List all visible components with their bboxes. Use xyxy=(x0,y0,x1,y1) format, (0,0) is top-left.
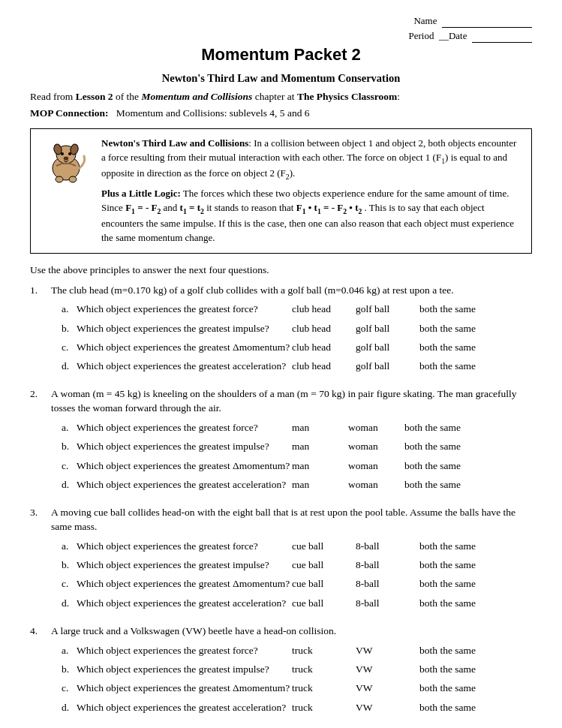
question-2: 2. A woman (m = 45 kg) is kneeling on th… xyxy=(30,387,532,492)
chapter-ref: Momentum and Collisions xyxy=(142,91,253,102)
q3d-choices: cue ball 8-ball both the same xyxy=(292,596,532,611)
q2a-c2: woman xyxy=(348,420,404,435)
lesson-ref: Lesson 2 xyxy=(76,91,113,102)
q3a-c2: 8-ball xyxy=(356,539,419,554)
q2c-c1: man xyxy=(292,459,348,474)
q2a-label: a. xyxy=(62,420,77,435)
q3d-text: Which object experiences the greatest ac… xyxy=(77,596,292,611)
q4a-text: Which object experiences the greatest fo… xyxy=(77,643,292,658)
q2d-c2: woman xyxy=(348,477,404,492)
question-3-stem: 3. A moving cue ball collides head-on wi… xyxy=(30,506,532,534)
q3c-choices: cue ball 8-ball both the same xyxy=(292,576,532,591)
date-field[interactable] xyxy=(472,30,532,43)
q4b-text: Which object experiences the greatest im… xyxy=(77,662,292,677)
q3a-label: a. xyxy=(62,539,77,554)
q4d-choices: truck VW both the same xyxy=(292,700,532,715)
q1a-c1: club head xyxy=(292,302,356,317)
q3b-c3: both the same xyxy=(419,558,483,573)
q1c-choices: club head golf ball both the same xyxy=(292,340,532,355)
q1b-c1: club head xyxy=(292,321,356,336)
q3-sub-c: c. Which object experiences the greatest… xyxy=(62,576,532,591)
q3d-c2: 8-ball xyxy=(356,596,419,611)
mop-text: Momentum and Collisions: sublevels 4, 5 … xyxy=(116,107,310,119)
q2a-choices: man woman both the same xyxy=(292,420,532,435)
q4b-c1: truck xyxy=(292,662,356,677)
classroom-ref: The Physics Classroom xyxy=(297,91,397,102)
q2c-text: Which object experiences the greatest Δm… xyxy=(77,459,292,474)
q1a-text: Which object experiences the greatest fo… xyxy=(77,302,292,317)
q4b-c2: VW xyxy=(356,662,419,677)
q4c-text: Which object experiences the greatest Δm… xyxy=(77,681,292,696)
q4d-c3: both the same xyxy=(419,700,483,715)
q2-sub-d: d. Which object experiences the greatest… xyxy=(62,477,532,492)
subtitle: Newton's Third Law and Momentum Conserva… xyxy=(30,72,532,85)
q2-subs: a. Which object experiences the greatest… xyxy=(62,420,532,492)
q1c-c2: golf ball xyxy=(356,340,419,355)
q4-sub-d: d. Which object experiences the greatest… xyxy=(62,700,532,715)
q3-text: A moving cue ball collides head-on with … xyxy=(51,506,532,534)
q2d-text: Which object experiences the greatest ac… xyxy=(77,477,292,492)
q1b-c2: golf ball xyxy=(356,321,419,336)
q4c-c1: truck xyxy=(292,681,356,696)
q2a-c1: man xyxy=(292,420,348,435)
q2-sub-c: c. Which object experiences the greatest… xyxy=(62,459,532,474)
q1d-c2: golf ball xyxy=(356,359,419,374)
q4-subs: a. Which object experiences the greatest… xyxy=(62,643,532,715)
info-para-2: Plus a Little Logic: The forces which th… xyxy=(101,187,522,245)
q2d-label: d. xyxy=(62,477,77,492)
questions-container: 1. The club head (m=0.170 kg) of a golf … xyxy=(30,284,532,715)
q2b-choices: man woman both the same xyxy=(292,439,532,454)
q4d-label: d. xyxy=(62,700,77,715)
q1c-label: c. xyxy=(62,340,77,355)
q1a-label: a. xyxy=(62,302,77,317)
q4d-c1: truck xyxy=(292,700,356,715)
q4-sub-b: b. Which object experiences the greatest… xyxy=(62,662,532,677)
q2b-label: b. xyxy=(62,439,77,454)
q2c-label: c. xyxy=(62,459,77,474)
q1a-c3: both the same xyxy=(419,302,483,317)
date-label: Date xyxy=(449,30,467,41)
question-1: 1. The club head (m=0.170 kg) of a golf … xyxy=(30,284,532,375)
svg-point-5 xyxy=(68,152,71,155)
q1b-c3: both the same xyxy=(419,321,483,336)
q1b-text: Which object experiences the greatest im… xyxy=(77,321,292,336)
q1b-label: b. xyxy=(62,321,77,336)
q4b-choices: truck VW both the same xyxy=(292,662,532,677)
svg-point-7 xyxy=(56,176,63,182)
q3c-c1: cue ball xyxy=(292,576,356,591)
info-box-content: Newton's Third Law and Collisions: In a … xyxy=(101,137,522,245)
q2a-c3: both the same xyxy=(404,420,468,435)
page-title: Momentum Packet 2 xyxy=(30,45,532,65)
q1c-c1: club head xyxy=(292,340,356,355)
q3b-choices: cue ball 8-ball both the same xyxy=(292,558,532,573)
q3c-c3: both the same xyxy=(419,576,483,591)
q3a-choices: cue ball 8-ball both the same xyxy=(292,539,532,554)
q1a-c2: golf ball xyxy=(356,302,419,317)
q3-subs: a. Which object experiences the greatest… xyxy=(62,539,532,611)
header-fields: Name Period __Date xyxy=(30,15,532,43)
q3b-c2: 8-ball xyxy=(356,558,419,573)
q2b-c2: woman xyxy=(348,439,404,454)
q1-subs: a. Which object experiences the greatest… xyxy=(62,302,532,374)
question-2-stem: 2. A woman (m = 45 kg) is kneeling on th… xyxy=(30,387,532,416)
intro-paragraph: Read from Lesson 2 of the Momentum and C… xyxy=(30,91,532,103)
q3-sub-b: b. Which object experiences the greatest… xyxy=(62,558,532,573)
q2c-choices: man woman both the same xyxy=(292,459,532,474)
q3c-c2: 8-ball xyxy=(356,576,419,591)
q1b-choices: club head golf ball both the same xyxy=(292,321,532,336)
q4a-choices: truck VW both the same xyxy=(292,643,532,658)
period-label: Period xyxy=(409,30,434,41)
name-field[interactable] xyxy=(442,15,532,28)
q2-num: 2. xyxy=(30,387,45,416)
q1d-c3: both the same xyxy=(419,359,483,374)
q2c-c3: both the same xyxy=(404,459,468,474)
q1-num: 1. xyxy=(30,284,45,298)
instructions-text: Use the above principles to answer the n… xyxy=(30,264,532,276)
mop-label: MOP Connection: xyxy=(30,107,109,119)
q2-sub-b: b. Which object experiences the greatest… xyxy=(62,439,532,454)
svg-point-6 xyxy=(64,157,68,160)
q3c-label: c. xyxy=(62,576,77,591)
q1d-label: d. xyxy=(62,359,77,374)
q3a-c3: both the same xyxy=(419,539,483,554)
q1d-c1: club head xyxy=(292,359,356,374)
